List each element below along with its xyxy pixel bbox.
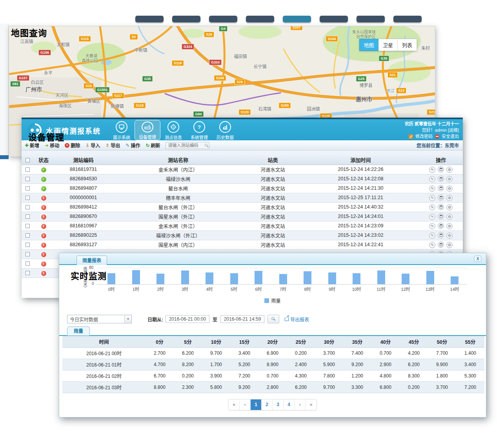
row-checkbox[interactable]	[25, 177, 30, 181]
toolbar-export-button[interactable]: ⇧导出	[106, 142, 120, 149]
map-control-地图[interactable]: 地图	[359, 39, 378, 51]
edit-icon[interactable]: ✎	[429, 204, 435, 211]
station-code-cell: 8826890670	[54, 212, 113, 221]
row-checkbox[interactable]	[25, 196, 30, 200]
partial-nav-tab[interactable]	[320, 16, 348, 22]
station-type-cell: 河道水文站	[243, 165, 302, 174]
row-checkbox[interactable]	[25, 243, 30, 247]
rain-value-cell: 9.200	[343, 359, 371, 370]
page-button-4[interactable]: 4	[284, 399, 295, 410]
toolbar-move-button[interactable]: ➔移动	[45, 142, 59, 149]
trash-icon[interactable]	[438, 185, 444, 191]
row-checkbox[interactable]	[25, 167, 30, 172]
page-button-1[interactable]: 1	[251, 399, 262, 410]
toolbar-import-button[interactable]: ⇩导入	[86, 142, 100, 149]
road-badge: S256	[214, 75, 226, 81]
toolbar-del-button[interactable]: ✕删除	[65, 142, 80, 149]
table-row: !8826898412鳌台水闸（外江）河道水文站2015-12-24 14:40…	[22, 202, 463, 212]
rain-value-cell: 7.800	[315, 370, 343, 381]
rain-value-cell: 3.700	[315, 347, 343, 359]
toolbar-edit-button[interactable]: ✎操作	[126, 142, 140, 149]
page-button-3[interactable]: 3	[273, 399, 284, 410]
map-control-卫星[interactable]: 卫星	[378, 39, 398, 51]
date-from-input[interactable]	[166, 315, 209, 323]
gear-icon[interactable]: ⚙	[446, 195, 453, 201]
nav-item-展示系统[interactable]: 展示系统	[109, 120, 135, 140]
edit-icon[interactable]: ✎	[429, 167, 435, 173]
partial-nav-tab[interactable]	[135, 16, 164, 22]
toolbar-label: 操作	[131, 142, 140, 149]
row-checkbox[interactable]	[25, 271, 30, 275]
station-code-search[interactable]	[166, 142, 209, 149]
trash-icon[interactable]	[438, 213, 444, 220]
row-checkbox[interactable]	[25, 186, 30, 191]
station-name-cell: 鳌台水闸（外江）	[113, 202, 243, 212]
close-icon[interactable]: X	[474, 256, 481, 262]
partial-nav-tab[interactable]	[172, 16, 200, 22]
gear-icon[interactable]: ⚙	[446, 232, 453, 239]
gear-icon[interactable]: ⚙	[446, 214, 453, 220]
rain-value-cell: 4.700	[146, 359, 174, 370]
date-to-input[interactable]	[220, 315, 264, 323]
page-button-2[interactable]: 2	[262, 399, 273, 410]
partial-nav-tab[interactable]	[209, 16, 237, 22]
row-checkbox[interactable]	[25, 224, 30, 228]
road-badge: S119	[172, 60, 184, 66]
toolbar-plus-button[interactable]: ✚新增	[25, 142, 39, 149]
gear-icon[interactable]: ⚙	[446, 223, 453, 229]
nav-item-系统管理[interactable]: ?系统管理	[186, 120, 212, 140]
map-control-列表[interactable]: 列表	[398, 39, 417, 51]
map-place-label: 江高镇	[20, 38, 33, 44]
row-checkbox[interactable]	[25, 214, 30, 219]
partial-nav-tab[interactable]	[246, 16, 274, 22]
toolbar-refresh-button[interactable]: ↻刷新	[146, 142, 160, 149]
tab-rain-report[interactable]: 雨量报表	[76, 256, 107, 265]
row-checkbox[interactable]	[25, 261, 30, 266]
gear-icon[interactable]: ⚙	[446, 185, 453, 192]
trash-icon[interactable]	[438, 241, 444, 248]
gear-icon[interactable]: ⚙	[446, 204, 453, 211]
change-password-link[interactable]: 修改密码	[415, 133, 433, 140]
page-nav-button[interactable]: «	[229, 399, 240, 410]
gear-icon[interactable]: ⚙	[446, 176, 453, 182]
nav-item-历史数据[interactable]: 历史数据	[212, 120, 238, 140]
logout-link[interactable]: 安全退出	[442, 133, 459, 140]
edit-icon[interactable]: ✎	[429, 214, 435, 220]
trash-icon[interactable]	[438, 176, 444, 182]
trash-icon[interactable]	[438, 232, 444, 238]
partial-nav-tab[interactable]	[357, 16, 385, 22]
gear-icon[interactable]: ⚙	[446, 242, 453, 248]
edit-icon[interactable]: ✎	[429, 195, 435, 201]
rain-value-cell: 5.800	[202, 381, 230, 393]
partial-nav-tab[interactable]	[283, 16, 311, 22]
trash-icon[interactable]	[438, 223, 444, 229]
page-nav-button[interactable]: ›	[295, 399, 306, 410]
legend-label: 雨量	[271, 297, 280, 304]
search-input[interactable]	[168, 142, 203, 149]
partial-nav-tab[interactable]	[393, 16, 422, 22]
query-button[interactable]	[267, 315, 279, 323]
map-place-label: 太和镇	[57, 41, 70, 47]
date-from-label: 日期从:	[147, 316, 163, 323]
export-report-link[interactable]: 导出报表	[285, 316, 309, 323]
row-checkbox[interactable]	[25, 233, 30, 238]
edit-icon[interactable]: ✎	[429, 185, 435, 192]
nav-item-设备管理[interactable]: 设备管理	[135, 120, 160, 140]
trash-icon[interactable]	[438, 194, 444, 201]
select-all-checkbox[interactable]	[25, 158, 30, 162]
page-nav-button[interactable]: »	[306, 399, 317, 410]
gear-icon[interactable]: ⚙	[446, 167, 453, 173]
data-mode-select[interactable]: 今日实时数据 ▼	[67, 315, 132, 323]
page-nav-button[interactable]: ‹	[240, 399, 251, 410]
export-icon: ⇧	[106, 143, 109, 148]
tab-rain[interactable]: 雨量	[67, 327, 90, 336]
edit-icon[interactable]: ✎	[429, 232, 435, 239]
row-checkbox[interactable]	[25, 252, 30, 256]
trash-icon[interactable]	[438, 166, 444, 172]
row-checkbox[interactable]	[25, 205, 30, 209]
edit-icon[interactable]: ✎	[429, 242, 435, 248]
nav-item-测点信息[interactable]: 测点信息	[160, 120, 186, 140]
edit-icon[interactable]: ✎	[429, 176, 435, 182]
edit-icon[interactable]: ✎	[429, 223, 435, 229]
trash-icon[interactable]	[438, 204, 444, 210]
